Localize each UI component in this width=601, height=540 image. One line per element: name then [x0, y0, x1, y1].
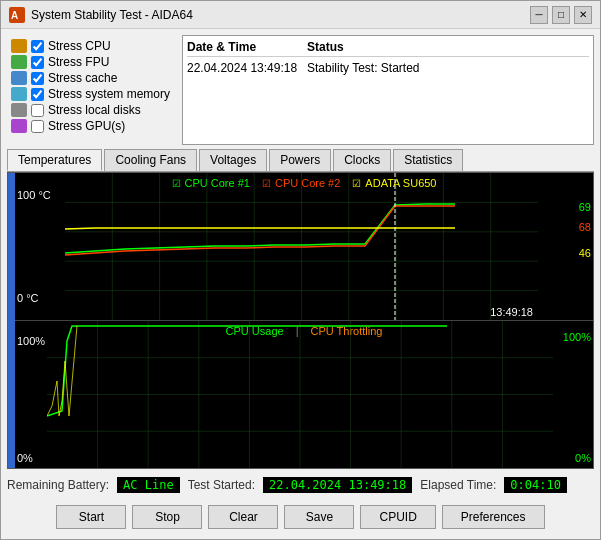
title-controls: ─ □ ✕ — [530, 6, 592, 24]
stress-label-disk: Stress local disks — [48, 103, 141, 117]
bottom-y-top: 100% — [17, 335, 45, 347]
bottom-chart-svg — [47, 321, 553, 468]
stress-label-memory: Stress system memory — [48, 87, 170, 101]
preferences-button[interactable]: Preferences — [442, 505, 545, 529]
log-cell-time: 22.04.2024 13:49:18 — [187, 61, 307, 75]
bottom-chart: CPU Usage | CPU Throttling 100% 0% — [15, 321, 593, 468]
top-chart-y-bottom: 0 °C — [17, 292, 39, 304]
log-row: 22.04.2024 13:49:18 Stability Test: Star… — [187, 61, 589, 75]
bottom-val-0: 0% — [575, 452, 591, 464]
top-chart: ☑ CPU Core #1 ☑ CPU Core #2 ☑ ADATA SU65… — [15, 173, 593, 321]
stress-item-memory[interactable]: Stress system memory — [11, 87, 170, 101]
stress-item-disk[interactable]: Stress local disks — [11, 103, 170, 117]
battery-value: AC Line — [117, 477, 180, 493]
content-area: Stress CPUStress FPUStress cacheStress s… — [1, 29, 600, 539]
elapsed-value: 0:04:10 — [504, 477, 567, 493]
checkbox-cpu[interactable] — [31, 40, 44, 53]
stress-options-panel: Stress CPUStress FPUStress cacheStress s… — [7, 35, 174, 145]
close-button[interactable]: ✕ — [574, 6, 592, 24]
app-icon: A — [9, 7, 25, 23]
cpuid-button[interactable]: CPUID — [360, 505, 435, 529]
test-started-label: Test Started: — [188, 478, 255, 492]
top-chart-y-top: 100 °C — [17, 189, 51, 201]
tab-clocks[interactable]: Clocks — [333, 149, 391, 171]
maximize-button[interactable]: □ — [552, 6, 570, 24]
bottom-info-bar: Remaining Battery: AC Line Test Started:… — [7, 473, 594, 497]
stress-label-gpu: Stress GPU(s) — [48, 119, 125, 133]
test-started-value: 22.04.2024 13:49:18 — [263, 477, 412, 493]
footer-buttons: Start Stop Clear Save CPUID Preferences — [7, 501, 594, 533]
tab-bar: Temperatures Cooling Fans Voltages Power… — [7, 149, 594, 172]
checkbox-gpu[interactable] — [31, 120, 44, 133]
stress-item-cache[interactable]: Stress cache — [11, 71, 170, 85]
stress-label-fpu: Stress FPU — [48, 55, 109, 69]
side-indicator — [8, 173, 15, 468]
gpu-icon — [11, 119, 27, 133]
bottom-val-100: 100% — [563, 331, 591, 343]
stop-button[interactable]: Stop — [132, 505, 202, 529]
stress-item-fpu[interactable]: Stress FPU — [11, 55, 170, 69]
battery-label: Remaining Battery: — [7, 478, 109, 492]
tab-cooling-fans[interactable]: Cooling Fans — [104, 149, 197, 171]
val-adata: 46 — [579, 247, 591, 259]
title-bar-left: A System Stability Test - AIDA64 — [9, 7, 193, 23]
val-core1: 69 — [579, 201, 591, 213]
log-col-status-header: Status — [307, 40, 344, 54]
stress-item-gpu[interactable]: Stress GPU(s) — [11, 119, 170, 133]
cpu-icon — [11, 39, 27, 53]
tab-statistics[interactable]: Statistics — [393, 149, 463, 171]
charts-area: ☑ CPU Core #1 ☑ CPU Core #2 ☑ ADATA SU65… — [7, 172, 594, 469]
minimize-button[interactable]: ─ — [530, 6, 548, 24]
checkbox-memory[interactable] — [31, 88, 44, 101]
stress-label-cache: Stress cache — [48, 71, 117, 85]
title-bar: A System Stability Test - AIDA64 ─ □ ✕ — [1, 1, 600, 29]
clear-button[interactable]: Clear — [208, 505, 278, 529]
stress-item-cpu[interactable]: Stress CPU — [11, 39, 170, 53]
top-chart-x-label: 13:49:18 — [490, 306, 533, 318]
main-window: A System Stability Test - AIDA64 ─ □ ✕ S… — [0, 0, 601, 540]
elapsed-label: Elapsed Time: — [420, 478, 496, 492]
disk-icon — [11, 103, 27, 117]
svg-text:A: A — [11, 10, 18, 21]
top-chart-values: 69 68 — [579, 201, 591, 233]
start-button[interactable]: Start — [56, 505, 126, 529]
tab-temperatures[interactable]: Temperatures — [7, 149, 102, 171]
val-core2: 68 — [579, 221, 591, 233]
top-section: Stress CPUStress FPUStress cacheStress s… — [7, 35, 594, 145]
tabs-and-charts: Temperatures Cooling Fans Voltages Power… — [7, 149, 594, 469]
log-header: Date & Time Status — [187, 40, 589, 57]
memory-icon — [11, 87, 27, 101]
tab-voltages[interactable]: Voltages — [199, 149, 267, 171]
checkbox-cache[interactable] — [31, 72, 44, 85]
save-button[interactable]: Save — [284, 505, 354, 529]
log-panel: Date & Time Status 22.04.2024 13:49:18 S… — [182, 35, 594, 145]
checkbox-fpu[interactable] — [31, 56, 44, 69]
bottom-y-bottom: 0% — [17, 452, 33, 464]
fpu-icon — [11, 55, 27, 69]
stress-label-cpu: Stress CPU — [48, 39, 111, 53]
checkbox-disk[interactable] — [31, 104, 44, 117]
tab-powers[interactable]: Powers — [269, 149, 331, 171]
log-cell-status: Stability Test: Started — [307, 61, 420, 75]
log-col-time-header: Date & Time — [187, 40, 307, 54]
window-title: System Stability Test - AIDA64 — [31, 8, 193, 22]
top-chart-svg — [65, 173, 538, 320]
cache-icon — [11, 71, 27, 85]
